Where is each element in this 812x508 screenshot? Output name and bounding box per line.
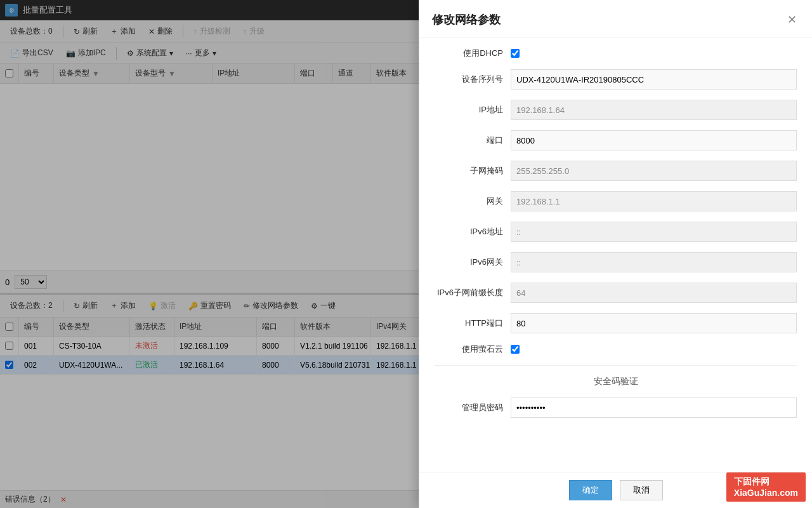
subnet-input[interactable]: [511, 161, 797, 181]
gateway-row: 网关: [435, 191, 797, 211]
ipv6-gateway-label: IPv6网关: [435, 257, 511, 268]
gateway-label: 网关: [435, 196, 511, 207]
ipv6-prefix-label: IPv6子网前缀长度: [435, 287, 511, 298]
modal-title: 修改网络参数: [432, 12, 501, 27]
gateway-input[interactable]: [511, 191, 797, 211]
port-label: 端口: [435, 135, 511, 146]
watermark-line1: 下固件网: [734, 476, 798, 488]
use-dhcp-row: 使用DHCP: [435, 48, 797, 59]
security-section-title: 安全码验证: [435, 376, 797, 387]
ipv6-label: IPv6地址: [435, 226, 511, 237]
modal-close-button[interactable]: ✕: [785, 10, 799, 29]
modal-body: 使用DHCP 设备序列号 IP地址 端口 子网掩码: [419, 37, 812, 472]
http-port-row: HTTP端口: [435, 313, 797, 333]
subnet-row: 子网掩码: [435, 161, 797, 181]
port-row: 端口: [435, 130, 797, 150]
use-cloud-label: 使用萤石云: [435, 344, 511, 355]
ip-label: IP地址: [435, 104, 511, 116]
device-serial-input[interactable]: [511, 69, 797, 90]
ipv6-prefix-row: IPv6子网前缀长度: [435, 283, 797, 303]
cancel-button[interactable]: 取消: [620, 480, 663, 500]
admin-pwd-input[interactable]: [511, 398, 797, 418]
port-input[interactable]: [511, 130, 797, 150]
device-serial-label: 设备序列号: [435, 74, 511, 85]
use-dhcp-checkbox[interactable]: [511, 49, 520, 58]
ipv6-input[interactable]: [511, 222, 797, 242]
watermark-line2: XiaGuJian.com: [734, 488, 798, 498]
admin-pwd-label: 管理员密码: [435, 402, 511, 413]
admin-pwd-row: 管理员密码: [435, 398, 797, 418]
ipv6-gateway-row: IPv6网关: [435, 252, 797, 272]
ip-input[interactable]: [511, 100, 797, 120]
http-port-input[interactable]: [511, 313, 797, 333]
modal-dialog: 修改网络参数 ✕ 使用DHCP 设备序列号 IP地址 端口: [419, 0, 812, 508]
ipv6-prefix-input[interactable]: [511, 283, 797, 303]
http-port-label: HTTP端口: [435, 318, 511, 329]
ipv6-gateway-input[interactable]: [511, 252, 797, 272]
confirm-button[interactable]: 确定: [569, 480, 612, 500]
section-divider: [435, 365, 797, 366]
ip-address-row: IP地址: [435, 100, 797, 120]
use-dhcp-label: 使用DHCP: [435, 48, 511, 59]
main-content: 编号 设备类型 ▼ 设备型号 ▼ IP地址 端口 通道 软件版本 0 50 20…: [0, 64, 812, 508]
use-cloud-row: 使用萤石云: [435, 344, 797, 355]
ipv6-row: IPv6地址: [435, 222, 797, 242]
use-cloud-checkbox[interactable]: [511, 345, 520, 354]
modal-header: 修改网络参数 ✕: [419, 0, 812, 37]
subnet-label: 子网掩码: [435, 165, 511, 177]
device-serial-row: 设备序列号: [435, 69, 797, 90]
watermark: 下固件网 XiaGuJian.com: [726, 472, 806, 502]
